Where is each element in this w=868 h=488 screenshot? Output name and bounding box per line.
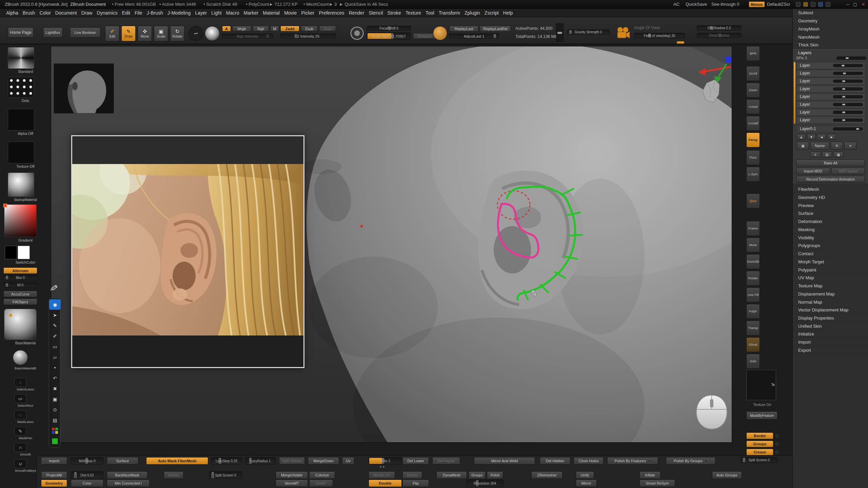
material-thumbnail-basic[interactable] bbox=[4, 309, 37, 340]
annotation-palette-button[interactable] bbox=[49, 425, 61, 436]
delete-button[interactable]: Delete bbox=[164, 471, 183, 479]
menu-marker[interactable]: Marker bbox=[244, 10, 259, 16]
shelf-scroll-button[interactable]: Scroll bbox=[746, 66, 760, 81]
layers-header[interactable]: Layers bbox=[798, 50, 811, 55]
annotation-color-swatch[interactable] bbox=[49, 436, 61, 446]
rotate-button[interactable]: ↻Rotate bbox=[170, 26, 184, 41]
unify-button[interactable]: Unify bbox=[576, 471, 594, 479]
delmt-button[interactable]: DelMT bbox=[309, 480, 333, 487]
menu-jbrush[interactable]: J-Brush bbox=[147, 10, 163, 16]
tool-section-import[interactable]: Import bbox=[793, 338, 868, 346]
spix-slider[interactable] bbox=[836, 57, 866, 60]
shelf-frame-button[interactable]: Frame bbox=[746, 221, 760, 236]
layer-up-button[interactable]: ▲ bbox=[797, 134, 806, 140]
fiber-color-button[interactable]: Color bbox=[71, 480, 103, 487]
menus-button[interactable]: Menus bbox=[749, 1, 765, 7]
dynamesh-polish-button[interactable]: Polish bbox=[487, 471, 503, 479]
titlebar-doc-icon[interactable] bbox=[803, 2, 808, 7]
live-boolean-button[interactable]: Live Boolean bbox=[70, 27, 100, 38]
layer-clipboard-button[interactable]: ▤ bbox=[822, 151, 832, 158]
material-thumbnail-startup[interactable] bbox=[8, 172, 34, 197]
layer-row[interactable]: Layer bbox=[796, 93, 865, 100]
layer-intensity-slider[interactable] bbox=[833, 111, 863, 114]
menu-edit[interactable]: Edit bbox=[122, 10, 130, 16]
focal-shift-slider[interactable]: Focal Shift 0 bbox=[367, 26, 411, 31]
titlebar-palette-icon[interactable] bbox=[811, 2, 815, 7]
shelf-lsym-button[interactable]: L.Sym bbox=[746, 167, 760, 182]
del-lower-button[interactable]: Del Lower bbox=[402, 457, 429, 465]
mdd-speed-button[interactable]: MDD Speed bbox=[831, 168, 865, 175]
adjust-last-slider[interactable]: AdjustLast 1 bbox=[449, 34, 499, 39]
shelf-rotate-button[interactable]: Rotate bbox=[746, 271, 760, 286]
midvalue-slider[interactable]: MidValue 0 bbox=[71, 457, 103, 465]
menu-draw[interactable]: Draw bbox=[81, 10, 93, 16]
menu-dynamics[interactable]: Dynamics bbox=[97, 10, 117, 16]
layer-duplicate-button[interactable]: ⧉ bbox=[831, 142, 843, 150]
layer-intensity-slider[interactable] bbox=[833, 87, 863, 90]
layer-name-button[interactable]: Name bbox=[810, 142, 829, 150]
split-screen-slider[interactable]: Split Screen 0 bbox=[741, 457, 778, 463]
delete-uv-button[interactable]: Delete bbox=[402, 471, 422, 479]
home-page-button[interactable]: Home Page bbox=[8, 27, 34, 38]
tool-section-polygroups[interactable]: Polygroups bbox=[793, 242, 868, 249]
shelf-zoom-button[interactable]: Zoom bbox=[746, 83, 760, 98]
mirror-and-weld-button[interactable]: Mirror And Weld bbox=[474, 457, 535, 465]
replay-last-rel-button[interactable]: ReplayLastRel bbox=[480, 26, 511, 32]
annotation-undo-button[interactable]: ↶ bbox=[49, 373, 61, 383]
del-hidden-button[interactable]: Del Hidden bbox=[540, 457, 570, 465]
menu-material[interactable]: Material bbox=[263, 10, 280, 16]
tool-section-nanomesh[interactable]: NanoMesh bbox=[793, 33, 868, 41]
mask-by-feature-button[interactable]: MaskByFeature bbox=[746, 411, 777, 420]
main-color-swatch[interactable] bbox=[5, 246, 17, 259]
tool-section-morph-target[interactable]: Morph Target bbox=[793, 258, 868, 266]
layer-row[interactable]: Layer bbox=[796, 117, 865, 124]
move-button[interactable]: ✜Move bbox=[138, 26, 152, 41]
lightbox-button[interactable]: LightBox bbox=[43, 27, 63, 38]
zsub-button[interactable]: Zsub bbox=[301, 26, 318, 32]
stroke-thumbnail-dots[interactable] bbox=[8, 77, 34, 98]
inflate-button[interactable]: Inflate bbox=[639, 471, 660, 479]
split-screen-tray-slider[interactable]: Split Screen 0 bbox=[209, 471, 242, 479]
orientation-gizmo[interactable] bbox=[697, 57, 732, 107]
rgb-intensity-slider[interactable]: Rgb Intensity bbox=[222, 34, 273, 39]
document-thumbnail[interactable] bbox=[54, 63, 114, 114]
obj-shadow-slider[interactable]: ObjShadow 0.3 bbox=[697, 25, 742, 30]
layer-grid-button[interactable]: ▦ bbox=[833, 151, 844, 158]
brush-thumbnail-smooth[interactable]: ∩ bbox=[14, 443, 26, 452]
mrgb-button[interactable]: Mrgb bbox=[232, 26, 251, 32]
tool-section-normal-map[interactable]: Normal Map bbox=[793, 298, 868, 306]
tool-section-export[interactable]: Export bbox=[793, 346, 868, 354]
layer-intensity-slider[interactable] bbox=[833, 80, 863, 83]
rgb-button[interactable]: Rgb bbox=[253, 26, 269, 32]
resolution-slider[interactable]: Resolution 304 bbox=[466, 480, 504, 487]
blur-slider[interactable]: Blur 0 bbox=[3, 275, 37, 280]
annotation-cursor-button[interactable]: ➤ bbox=[49, 310, 61, 320]
tool-section-geometry-hd[interactable]: Geometry HD bbox=[793, 194, 868, 201]
color-picker[interactable] bbox=[4, 204, 37, 237]
annotation-marker-button[interactable]: ✐ bbox=[49, 331, 61, 341]
close-button[interactable]: ✕ bbox=[861, 1, 866, 8]
annotation-eraser-button[interactable]: ▱ bbox=[49, 352, 61, 362]
menu-tool[interactable]: Tool bbox=[426, 10, 434, 16]
tool-section-contact[interactable]: Contact bbox=[793, 250, 868, 258]
fov-slider[interactable]: Field of view(deg) 30 bbox=[634, 33, 685, 38]
menu-preferences[interactable]: Preferences bbox=[319, 10, 344, 16]
import-mdd-button[interactable]: Import MDD bbox=[796, 168, 830, 175]
alternate-button[interactable]: Alternate bbox=[3, 267, 37, 274]
layer-new-button[interactable]: ▣ bbox=[797, 142, 809, 150]
shelf-zoom3d-button[interactable]: Zoom3D bbox=[746, 254, 760, 269]
storemt-button[interactable]: StoreMT bbox=[276, 480, 308, 487]
shelf-qxyz-button[interactable]: Qxyz bbox=[746, 194, 760, 208]
annotation-clipboard-button[interactable]: ▤ bbox=[49, 415, 61, 425]
split-hidden-button[interactable]: Split Hidden bbox=[279, 457, 305, 465]
backface-mask-button[interactable]: BackfaceMask bbox=[107, 471, 147, 479]
fill-object-button[interactable]: FillObject bbox=[3, 299, 37, 305]
tool-section-uv-map[interactable]: UV Map bbox=[793, 274, 868, 282]
sdiv-spinner[interactable]: ◄ ► bbox=[379, 465, 385, 468]
sdiv-slider[interactable]: SDiv 2 bbox=[369, 457, 402, 465]
m-button[interactable]: M bbox=[270, 26, 279, 32]
layer-row[interactable]: Layer bbox=[796, 101, 865, 108]
see-through-slider[interactable]: See-through 0 bbox=[711, 2, 739, 7]
deep-shadow-slider[interactable]: DeepShadow bbox=[697, 33, 742, 38]
tool-section-texture-map[interactable]: Texture Map bbox=[793, 282, 868, 290]
